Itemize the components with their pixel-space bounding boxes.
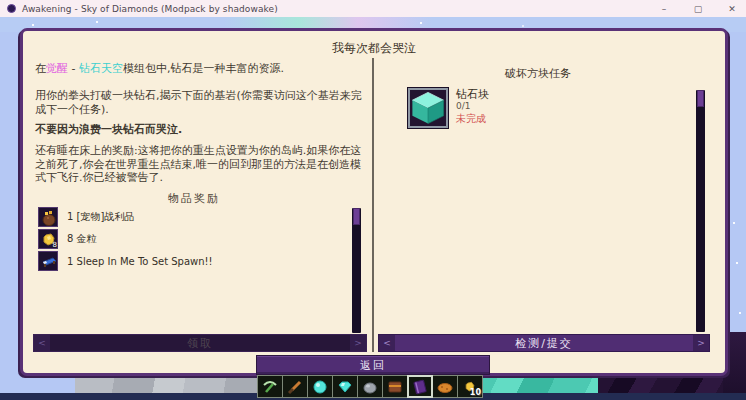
submit-button-label: 检测/提交 (395, 335, 693, 351)
quest-title: 我每次都会哭泣 (20, 40, 728, 57)
quest-paragraph-4: 还有睡在床上的奖励:这将把你的重生点设置为你的岛屿.如果你在这之前死了,你会在世… (35, 144, 367, 185)
task-progress: 0/1 (456, 101, 470, 111)
scroll-left-icon[interactable]: < (34, 335, 50, 351)
diamond-block-icon[interactable] (408, 88, 448, 128)
reward-row-bed[interactable]: 1 Sleep In Me To Set Spawn!! (38, 251, 213, 271)
reward-qty: 1 (67, 211, 73, 222)
reward-row-lootbag[interactable]: 1 [宠物]战利品 (38, 207, 134, 227)
quest-book-icon (411, 378, 429, 396)
reward-qty: 1 (67, 256, 73, 267)
stone-icon (361, 378, 379, 396)
star (420, 22, 422, 24)
reward-qty: 8 (67, 233, 73, 244)
p1-text-end: 模组包中,钻石是一种丰富的资源. (123, 62, 284, 75)
window-title: Awakening - Sky of Diamonds (Modpack by … (22, 4, 278, 14)
p1-text: 在 (35, 62, 46, 75)
hotbar-slot-5[interactable] (357, 375, 383, 398)
hotbar-slot-8[interactable] (432, 375, 458, 398)
task-status: 未完成 (456, 112, 486, 126)
quest-paragraph-2: 用你的拳头打破一块钻石,揭示下面的基岩(你需要访问这个基岩来完成下一个任务). (35, 89, 367, 116)
reward-label: 8 金粒 (67, 232, 97, 246)
item-count-badge: 8 (53, 241, 57, 249)
star (96, 21, 98, 23)
p1-separator: - (68, 62, 79, 75)
maximize-button[interactable]: ▢ (692, 4, 704, 14)
scrollbar-thumb[interactable] (697, 90, 704, 107)
book-icon (386, 378, 404, 396)
hotbar-slot-3[interactable] (307, 375, 333, 398)
task-name: 钻石块 (456, 87, 489, 102)
scroll-left-icon[interactable]: < (379, 335, 395, 351)
reward-label: 1 Sleep In Me To Set Spawn!! (67, 256, 213, 267)
hotbar-slot-6[interactable] (382, 375, 408, 398)
app-icon (7, 4, 16, 13)
p1-pack-name: 钻石天空 (79, 62, 123, 75)
p1-world-name: 觉醒 (46, 62, 68, 75)
star (522, 25, 524, 27)
left-panel-scrollbar[interactable] (352, 208, 361, 333)
reward-label: 1 [宠物]战利品 (67, 210, 134, 224)
quest-paragraph-3: 不要因为浪费一块钻石而哭泣. (35, 123, 367, 137)
item-count: 10 (470, 388, 481, 397)
loot-bag-icon (38, 207, 58, 227)
star (739, 312, 741, 314)
reward-name: [宠物]战利品 (77, 211, 135, 222)
quest-paragraph-1: 在觉醒 - 钻石天空模组包中,钻石是一种丰富的资源. (35, 62, 367, 76)
hotbar-slot-4[interactable] (332, 375, 358, 398)
hotbar-slot-2[interactable] (282, 375, 308, 398)
star (736, 262, 738, 264)
gold-nugget-icon: 8 (38, 229, 58, 249)
claim-button-label: 领取 (50, 335, 350, 351)
scroll-right-icon[interactable]: > (693, 335, 709, 351)
reward-name: 金粒 (77, 233, 97, 244)
rewards-header: 物品奖励 (35, 191, 353, 206)
pickaxe-icon (261, 378, 279, 396)
scrollbar-thumb[interactable] (353, 208, 360, 225)
hotbar-slot-7-selected[interactable] (407, 375, 433, 398)
os-titlebar: Awakening - Sky of Diamonds (Modpack by … (0, 0, 746, 17)
tasks-header: 破坏方块任务 (380, 66, 696, 81)
minimize-button[interactable]: – (658, 4, 670, 14)
hotbar-slot-1[interactable] (257, 375, 283, 398)
diamond-icon (336, 378, 354, 396)
submit-tasks-button[interactable]: < 检测/提交 > (378, 334, 710, 352)
bed-icon (38, 251, 58, 271)
hotbar-slot-9[interactable]: 10 (457, 375, 483, 398)
reward-name: Sleep In Me To Set Spawn!! (77, 256, 213, 267)
scroll-right-icon[interactable]: > (350, 335, 366, 351)
pie-icon (436, 378, 454, 396)
diamond-gem-icon (311, 378, 329, 396)
back-button[interactable]: 返回 (256, 355, 490, 375)
reward-row-gold-nugget[interactable]: 8 8 金粒 (38, 229, 97, 249)
panel-divider (372, 58, 374, 352)
knife-icon (286, 378, 304, 396)
screen: Awakening - Sky of Diamonds (Modpack by … (0, 0, 746, 400)
claim-rewards-button[interactable]: < 领取 > (33, 334, 367, 352)
star (32, 24, 34, 26)
right-panel-scrollbar[interactable] (696, 90, 705, 332)
close-button[interactable]: ✕ (726, 4, 738, 14)
hotbar: 10 (258, 375, 483, 398)
star (733, 222, 735, 224)
